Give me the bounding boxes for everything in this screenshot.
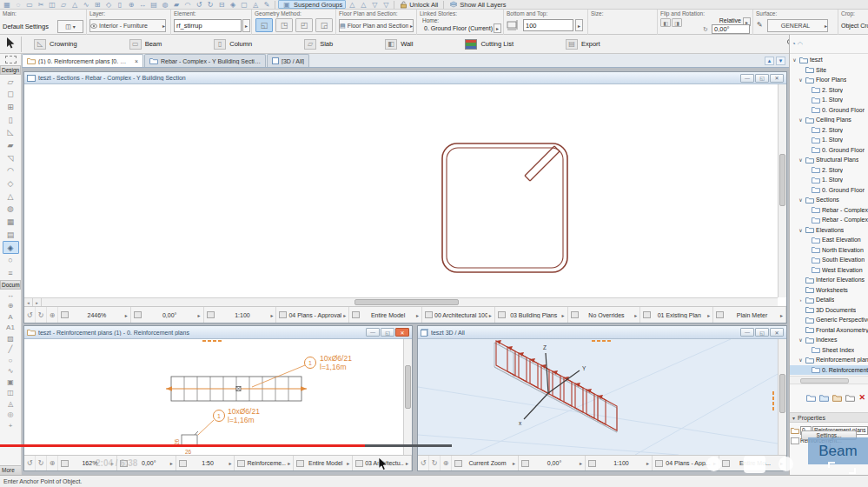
- mesh-tool[interactable]: △: [3, 190, 19, 203]
- bottom-offset-input[interactable]: 100: [523, 19, 573, 31]
- mirror-vertical-button[interactable]: ◨: [672, 18, 682, 27]
- close-button[interactable]: ✕: [770, 74, 784, 83]
- view-tab[interactable]: (1) 0. Reinforcement plans [0. Ground Fl…: [22, 54, 143, 67]
- column-button[interactable]: ▯Column: [207, 37, 259, 52]
- text-tool[interactable]: A: [3, 311, 19, 322]
- cloud-icon[interactable]: ◠: [798, 41, 803, 48]
- navigator-item[interactable]: ∨Elevations: [790, 225, 868, 236]
- navigator-item[interactable]: 0. Reinforcement plans: [790, 365, 868, 376]
- marquee-tool-icon[interactable]: [5, 56, 17, 63]
- navigator-item[interactable]: 1. Story: [790, 135, 868, 145]
- navigator-item[interactable]: 1. Story: [790, 175, 868, 185]
- toolbar-icon[interactable]: ✂: [36, 1, 46, 9]
- toolbar-icon[interactable]: ◌: [13, 1, 23, 9]
- zoom-icon[interactable]: ⊕: [47, 456, 58, 470]
- object-settings-button[interactable]: ◫▾: [57, 20, 83, 33]
- align-icon[interactable]: ▽: [369, 1, 380, 9]
- shell-tool[interactable]: ◠: [3, 164, 19, 177]
- scale-quick-option[interactable]: 1:100▸: [204, 307, 277, 323]
- zoom-icon[interactable]: ⊕: [47, 307, 58, 323]
- open-folder-icon[interactable]: [845, 394, 855, 402]
- toolbox-document-header[interactable]: Docum: [0, 280, 21, 290]
- toolbar-icon[interactable]: ▤: [149, 1, 159, 9]
- navigator-item[interactable]: East Elevation: [790, 235, 868, 245]
- floorplan-display-dropdown[interactable]: ▤ Floor Plan and Section... ▸: [339, 19, 414, 32]
- minimize-button[interactable]: —: [740, 328, 754, 337]
- tab-scroll-down-icon[interactable]: ▼: [776, 57, 785, 65]
- slab-button[interactable]: ▱Slab: [297, 37, 340, 52]
- mirror-button[interactable]: ◧: [660, 18, 671, 27]
- expand-icon[interactable]: ›: [798, 297, 804, 303]
- door-tool[interactable]: ◻: [3, 88, 19, 100]
- fill-tool[interactable]: ▨: [3, 333, 19, 344]
- redo-icon[interactable]: ↻: [36, 456, 47, 470]
- cutting-list-button[interactable]: Cutting List: [458, 37, 520, 52]
- label-tool[interactable]: A1: [3, 323, 19, 333]
- spline-tool[interactable]: ∿: [3, 366, 19, 377]
- view3d-window-titlebar[interactable]: teszt 3D / All — ◱ ✕: [418, 326, 786, 339]
- view3d-canvas[interactable]: ZYx: [418, 339, 786, 455]
- layer-combination-quick-option[interactable]: 04 Plans - Approval▸: [276, 307, 349, 323]
- navigator-item[interactable]: 2. Story: [790, 85, 868, 96]
- view-tab[interactable]: [3D / All]: [267, 54, 309, 67]
- figure-tool[interactable]: ▣: [3, 377, 19, 387]
- unlock-all-button[interactable]: Unlock All: [397, 0, 441, 9]
- crowning-button[interactable]: ◺Crowning: [27, 37, 84, 52]
- restore-button[interactable]: ◱: [381, 328, 394, 337]
- railing-tool[interactable]: ≡: [3, 267, 19, 279]
- toolbar-icon[interactable]: ⊞: [92, 1, 103, 9]
- line-tool[interactable]: ╱: [3, 344, 19, 355]
- navigator-item[interactable]: ∨teszt: [790, 55, 868, 65]
- curtain-wall-tool[interactable]: ▦: [3, 216, 19, 228]
- toolbar-icon[interactable]: ▦: [2, 1, 12, 9]
- navigator-item[interactable]: 3D Documents: [790, 305, 868, 316]
- navigator-item[interactable]: Generic Perspective: [790, 315, 868, 325]
- navigator-item[interactable]: Sheet Index: [790, 345, 868, 356]
- geometry-method-4-button[interactable]: ◲: [315, 18, 333, 32]
- navigator-item[interactable]: 2. Story: [790, 165, 868, 176]
- wall-button[interactable]: ◧Wall: [378, 37, 420, 52]
- arrow-tool-icon[interactable]: [0, 37, 21, 50]
- navigator-item[interactable]: ∨Structural Plans: [790, 155, 868, 165]
- orientation-quick-option[interactable]: 0,00°▸: [131, 307, 204, 323]
- vertical-scrollbar[interactable]: [778, 339, 786, 455]
- orientation-quick-option[interactable]: 0,00°▸: [519, 456, 586, 470]
- restore-button[interactable]: ◱: [755, 74, 769, 83]
- window-tool[interactable]: ⊞: [3, 101, 19, 113]
- redo-icon[interactable]: ↻: [429, 456, 441, 470]
- element-dropdown-button[interactable]: ▸: [242, 19, 250, 32]
- toolbox-more-header[interactable]: More: [0, 465, 21, 475]
- align-icon[interactable]: △: [347, 1, 357, 9]
- geometry-method-1-button[interactable]: ◱: [255, 18, 273, 32]
- toolbar-icon[interactable]: ✎: [262, 1, 272, 9]
- scale-quick-option[interactable]: 1:100▸: [586, 456, 653, 470]
- navigator-item[interactable]: South Elevation: [790, 255, 868, 265]
- scale-quick-option[interactable]: 1:50▸: [176, 456, 235, 470]
- working-unit-quick-option[interactable]: Plain Meter▸: [713, 307, 786, 323]
- pen-set-quick-option[interactable]: 00 Architectural 100▸: [422, 307, 495, 323]
- zone-tool[interactable]: ◍: [3, 203, 19, 215]
- expand-icon[interactable]: ∨: [798, 227, 804, 233]
- toolbar-icon[interactable]: ▢: [239, 1, 249, 9]
- navigator-item[interactable]: Rebar - Complex - Y Bu: [790, 215, 868, 225]
- toolbar-icon[interactable]: ▱: [58, 1, 69, 9]
- section-tool[interactable]: ◫: [3, 388, 19, 398]
- slab-tool[interactable]: ▰: [3, 139, 19, 151]
- scroll-left-icon[interactable]: ◂: [24, 298, 33, 306]
- column-tool[interactable]: ▯: [3, 114, 19, 126]
- hotspot-tool[interactable]: +: [3, 420, 19, 430]
- close-button[interactable]: ✕: [770, 328, 784, 337]
- toolbar-icon[interactable]: ▯: [115, 1, 125, 9]
- navigator-item[interactable]: Interior Elevations: [790, 275, 868, 285]
- graphic-override-quick-option[interactable]: No Overrides▸: [568, 307, 641, 323]
- clone-folder-icon[interactable]: [832, 394, 842, 402]
- section-view-canvas[interactable]: ◂ ▸: [24, 84, 786, 306]
- expand-icon[interactable]: ∨: [798, 357, 804, 363]
- geometry-method-2-button[interactable]: ◳: [275, 18, 293, 32]
- save-view-icon[interactable]: [819, 394, 829, 402]
- zoom-quick-option[interactable]: Current Zoom▸: [452, 456, 519, 470]
- navigator-item[interactable]: North Elevation: [790, 245, 868, 256]
- new-folder-icon[interactable]: [806, 394, 816, 402]
- morph-tool[interactable]: ◇: [3, 177, 19, 190]
- navigator-item[interactable]: Site: [790, 65, 868, 76]
